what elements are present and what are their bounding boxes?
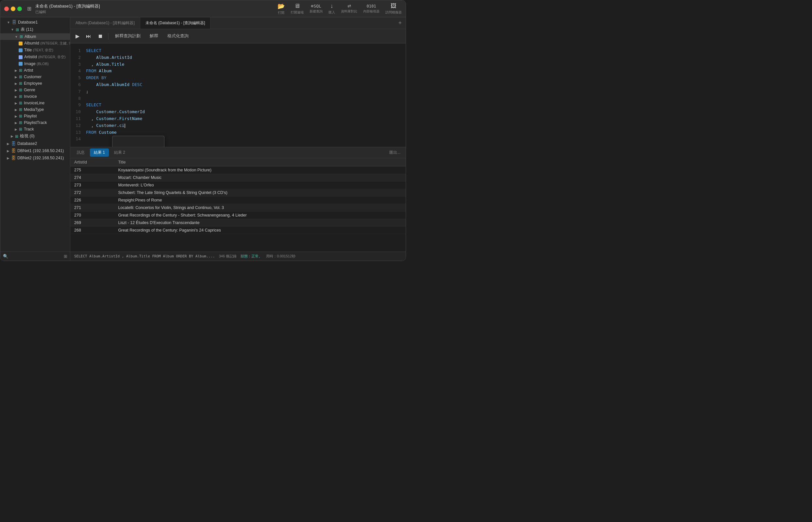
explain-button[interactable]: 解釋	[147, 32, 161, 40]
tab-album-editor[interactable]: Album (Database1) - [資料編輯器]	[70, 17, 140, 29]
sidebar-item-invoice[interactable]: ▶ ⊞ Invoice	[0, 93, 70, 100]
tab-add-button[interactable]: +	[394, 17, 406, 29]
open-button[interactable]: 📂 打開	[277, 3, 285, 15]
tree-arrow-playlist: ▶	[15, 115, 17, 118]
access-simulator-button[interactable]: 🖼 訪問模擬器	[386, 3, 402, 15]
cell-title: Locatelli: Concertos for Violin, Strings…	[114, 204, 406, 212]
table-row: 226Respighi:Pines of Rome	[70, 197, 406, 204]
status-bar: SELECT Album.ArtistId , Album.Title FROM…	[70, 252, 406, 261]
sidebar-item-albumid[interactable]: AlbumId (INTEGER, 主鍵, 非空)	[0, 40, 70, 47]
tree-arrow-track: ▶	[15, 127, 17, 131]
sidebar-item-artist[interactable]: ▶ ⊞ Artist	[0, 67, 70, 74]
main-layout: ▼ 🗄 Database1 ▼ ⊞ 表 (11) ▼ ⊞ Album Album…	[0, 17, 406, 261]
cell-title: Respighi:Pines of Rome	[114, 197, 406, 204]
tree-arrow-views: ▶	[11, 135, 14, 138]
sidebar-item-image[interactable]: Image (BLOB)	[0, 61, 70, 67]
sidebar-item-album[interactable]: ▼ ⊞ Album	[0, 33, 70, 40]
tab-bar: Album (Database1) - [資料編輯器] 未命名 (Databas…	[70, 17, 406, 29]
tree-arrow-tables: ▼	[11, 28, 14, 32]
import-button[interactable]: ↓ 匯入	[329, 3, 335, 15]
run-button[interactable]: ▶	[74, 32, 81, 41]
sidebar-item-artistid[interactable]: ArtistId (INTEGER, 非空)	[0, 54, 70, 61]
sidebar-item-track[interactable]: ▶ ⊞ Track	[0, 126, 70, 133]
cell-artistid: 274	[70, 174, 114, 182]
dbnet1-label: DBNet1 (192.168.50.241)	[17, 148, 64, 153]
sidebar-bottom: 🔍 ⊞	[0, 252, 70, 261]
sidebar-item-database1[interactable]: ▼ 🗄 Database1	[0, 19, 70, 26]
tree-arrow-invoice: ▶	[15, 95, 17, 98]
sidebar-item-views[interactable]: ▶ ⊞ 檢視 (0)	[0, 133, 70, 140]
playlisttrack-icon: ⊞	[19, 120, 22, 125]
query-toolbar: ▶ ⏭ ⏹ 解釋查詢計劃 解釋 格式化查詢	[70, 29, 406, 43]
new-query-button[interactable]: ⊕SQL 新建查詢	[310, 4, 322, 14]
explain-query-plan-button[interactable]: 解釋查詢計劃	[112, 32, 143, 40]
titlebar: ⊞ 未命名 (Database1) - [查詢編輯器] 已編輯 📂 打開 🖥 打…	[0, 0, 406, 17]
open-remote-label: 打開遠端	[291, 10, 304, 15]
sidebar-search-input[interactable]	[9, 254, 62, 259]
genre-icon: ⊞	[19, 88, 22, 92]
window-subtitle: 已編輯	[35, 9, 100, 14]
table-row: 274Mozart: Chamber Music	[70, 174, 406, 182]
table-row: 275Koyaanisqatsi (Soundtrack from the Mo…	[70, 166, 406, 174]
maximize-button[interactable]	[17, 6, 22, 11]
internal-viewer-button[interactable]: 0101 內部檢視器	[363, 4, 379, 14]
sidebar-item-employee[interactable]: ▶ ⊞ Employee	[0, 80, 70, 87]
sidebar-content: ▼ 🗄 Database1 ▼ ⊞ 表 (11) ▼ ⊞ Album Album…	[0, 17, 70, 252]
cell-artistid: 226	[70, 197, 114, 204]
sidebar-item-playlisttrack[interactable]: ▶ ⊞ PlaylistTrack	[0, 119, 70, 126]
sidebar-item-invoiceline[interactable]: ▶ ⊞ InvoiceLine	[0, 100, 70, 106]
sidebar-item-title[interactable]: Title (TEXT, 非空)	[0, 47, 70, 54]
album-table-icon: ⊞	[20, 34, 23, 39]
step-button[interactable]: ⏭	[85, 32, 92, 41]
results-table[interactable]: ArtistId Title 275Koyaanisqatsi (Soundtr…	[70, 158, 406, 252]
minimize-button[interactable]	[11, 6, 15, 11]
tree-arrow-mediatype: ▶	[15, 108, 17, 112]
internal-viewer-label: 內部檢視器	[363, 9, 379, 14]
artist-icon: ⊞	[19, 68, 22, 73]
sidebar-item-mediatype[interactable]: ▶ ⊞ MediaType	[0, 106, 70, 113]
db-compare-icon: ⇄	[348, 4, 351, 8]
sidebar-item-playlist[interactable]: ▶ ⊞ Playlist	[0, 113, 70, 119]
sidebar-item-tables[interactable]: ▼ ⊞ 表 (11)	[0, 26, 70, 33]
cell-title: Schubert: The Late String Quartets & Str…	[114, 189, 406, 197]
invoiceline-icon: ⊞	[19, 101, 22, 105]
dbnet2-icon: 🗄	[11, 155, 16, 161]
invoice-label: Invoice	[24, 94, 37, 99]
cell-artistid: 271	[70, 204, 114, 212]
artist-label: Artist	[24, 68, 33, 73]
customer-icon: ⊞	[19, 75, 22, 79]
cell-artistid: 269	[70, 219, 114, 227]
status-state: 狀態：正常。	[241, 254, 262, 259]
sidebar-item-dbnet2[interactable]: ▶ 🗄 DBNet2 (192.168.50.241)	[0, 154, 70, 162]
grid-view-icon[interactable]: ⊞	[64, 254, 67, 259]
views-icon: ⊞	[15, 134, 18, 139]
sidebar-item-database2[interactable]: ▶ 🗄 Database2	[0, 140, 70, 147]
result-tab-1[interactable]: 結果 1	[90, 148, 109, 157]
tree-arrow-dbnet1: ▶	[7, 149, 9, 153]
tree-arrow-dbnet2: ▶	[7, 156, 9, 160]
code-editor[interactable]: SELECT Album.ArtistId , Album.Title FROM…	[83, 43, 406, 147]
export-button[interactable]: 匯出...	[387, 148, 403, 157]
pk-icon	[19, 42, 23, 45]
sidebar-item-customer[interactable]: ▶ ⊞ Customer	[0, 74, 70, 80]
autocomplete-dropdown: City CustomerId	[112, 136, 164, 147]
sidebar-item-dbnet1[interactable]: ▶ 🗄 DBNet1 (192.168.50.241)	[0, 147, 70, 154]
db-compare-button[interactable]: ⇄ 資料庫對比	[341, 4, 357, 14]
cell-title: Great Recordings of the Century: Paganin…	[114, 227, 406, 234]
sidebar-item-genre[interactable]: ▶ ⊞ Genre	[0, 87, 70, 93]
cell-artistid: 273	[70, 182, 114, 189]
tree-arrow-db1: ▼	[7, 21, 10, 24]
close-button[interactable]	[4, 6, 9, 11]
format-query-button[interactable]: 格式化查詢	[165, 32, 191, 40]
genre-label: Genre	[24, 88, 35, 92]
result-tab-messages[interactable]: 訊息	[73, 148, 89, 157]
sidebar-toggle-icon[interactable]: ⊞	[27, 5, 32, 12]
stop-button[interactable]: ⏹	[97, 32, 104, 41]
internal-viewer-icon: 0101	[367, 4, 376, 8]
status-time: 用時：0.001512秒	[266, 254, 295, 259]
table-row: 272Schubert: The Late String Quartets & …	[70, 189, 406, 197]
search-icon: 🔍	[3, 254, 8, 259]
result-tab-2[interactable]: 結果 2	[110, 148, 129, 157]
open-remote-button[interactable]: 🖥 打開遠端	[291, 3, 304, 15]
tab-query-editor[interactable]: 未命名 (Database1) - [查詢編輯器]	[140, 17, 211, 29]
